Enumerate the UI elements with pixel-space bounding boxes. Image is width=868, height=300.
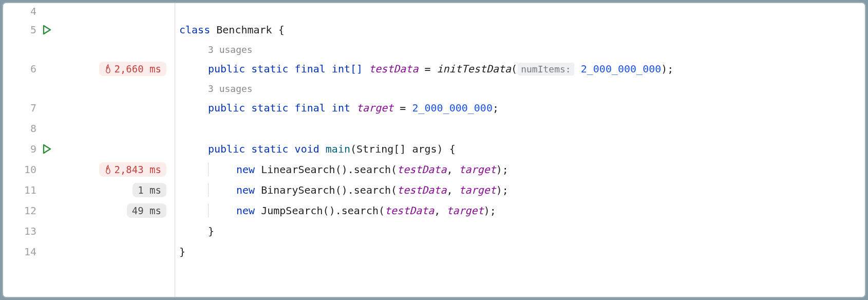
profile-timing-badge[interactable]: 1 ms: [133, 183, 166, 197]
line-number: 12: [3, 204, 42, 217]
field-name: target: [356, 102, 393, 114]
keyword: void: [295, 143, 319, 155]
field-ref: target: [459, 184, 496, 196]
keyword: final: [295, 63, 326, 75]
run-icon[interactable]: [42, 25, 52, 35]
line-number: 9: [3, 143, 42, 155]
usages-hint[interactable]: 3 usages: [179, 44, 253, 55]
number: 2_000_000_000: [412, 102, 493, 114]
type: int: [332, 102, 350, 114]
number: 2_000_000_000: [581, 63, 662, 75]
gutter-row: 5: [3, 20, 171, 40]
profile-timing-badge[interactable]: 49 ms: [127, 203, 166, 218]
code-line[interactable]: }: [179, 221, 865, 241]
keyword: new: [236, 163, 255, 176]
gutter-row: 13: [3, 221, 171, 241]
field-ref: testData: [397, 184, 446, 196]
call-chain: ().search(: [335, 163, 397, 176]
code-line[interactable]: class Benchmark {: [179, 20, 865, 40]
field-ref: testData: [385, 204, 434, 217]
line-number: 5: [3, 24, 42, 36]
field-ref: target: [459, 163, 496, 176]
paren: );: [484, 204, 496, 217]
paren: );: [496, 163, 508, 176]
keyword: static: [251, 63, 288, 75]
brace: }: [208, 225, 214, 237]
line-number: 7: [3, 102, 42, 114]
class-ref: JumpSearch: [261, 204, 323, 217]
code-area[interactable]: class Benchmark { 3 usages public static…: [175, 3, 865, 297]
assign: =: [393, 102, 412, 114]
type: int[]: [332, 63, 363, 75]
gutter-row: 10 2,843 ms: [3, 159, 171, 180]
svg-marker-1: [44, 145, 50, 153]
keyword: new: [236, 204, 255, 217]
paren: (: [511, 63, 517, 75]
code-line[interactable]: [179, 118, 865, 139]
gutter-row: 11 1 ms: [3, 180, 171, 200]
brace: {: [443, 143, 456, 155]
gutter-hint-spacer: [3, 79, 171, 98]
timing-value: 1 ms: [138, 184, 161, 196]
keyword: static: [251, 102, 288, 114]
field-ref: target: [446, 204, 483, 217]
keyword: public: [208, 143, 245, 155]
paren: );: [661, 63, 673, 75]
gutter-row: 14: [3, 241, 171, 262]
brace: }: [179, 246, 185, 258]
keyword: class: [179, 24, 210, 36]
timing-value: 49 ms: [132, 205, 161, 216]
comma: ,: [446, 163, 459, 176]
code-line[interactable]: public static void main(String[] args) {: [179, 139, 865, 159]
brace: {: [272, 24, 285, 36]
parameter-hint: numItems:: [518, 63, 574, 76]
profile-timing-badge[interactable]: 2,660 ms: [99, 62, 166, 76]
paren: );: [496, 184, 508, 196]
call-chain: ().search(: [323, 204, 385, 217]
profile-timing-badge[interactable]: 2,843 ms: [99, 162, 166, 177]
method-call: initTestData: [437, 63, 512, 75]
class-ref: BinarySearch: [261, 184, 335, 196]
code-line[interactable]: }: [179, 241, 865, 262]
indent-guide: [208, 163, 209, 176]
gutter-row: 8: [3, 118, 171, 139]
code-line[interactable]: public static final int target = 2_000_0…: [179, 98, 865, 118]
indent-guide: [208, 204, 209, 217]
line-number: 14: [3, 246, 42, 258]
class-ref: LinearSearch: [261, 163, 335, 176]
gutter-row: 9: [3, 139, 171, 159]
timing-value: 2,843 ms: [114, 164, 161, 175]
keyword: final: [295, 102, 326, 114]
line-number: 10: [3, 163, 42, 176]
line-number: 4: [3, 5, 42, 17]
run-icon[interactable]: [42, 144, 52, 154]
paren: (: [350, 143, 356, 155]
gutter-row: 12 49 ms: [3, 200, 171, 221]
inlay-hint-row[interactable]: 3 usages: [179, 79, 865, 98]
paren: ): [437, 143, 443, 155]
code-line[interactable]: new LinearSearch().search(testData, targ…: [179, 159, 865, 180]
comma: ,: [446, 184, 459, 196]
semi: ;: [493, 102, 499, 114]
usages-hint[interactable]: 3 usages: [179, 83, 253, 94]
indent-guide: [208, 183, 209, 197]
code-editor[interactable]: 4 5 6: [3, 3, 865, 297]
type: String[]: [356, 143, 406, 155]
code-line[interactable]: [179, 3, 865, 20]
method-name: main: [326, 143, 350, 155]
svg-marker-0: [44, 26, 50, 34]
gutter-row: 6 2,660 ms: [3, 59, 171, 79]
flame-icon: [104, 165, 112, 174]
keyword: public: [208, 102, 245, 114]
gutter-row: 7: [3, 98, 171, 118]
code-line[interactable]: new JumpSearch().search(testData, target…: [179, 200, 865, 221]
code-line[interactable]: new BinarySearch().search(testData, targ…: [179, 180, 865, 200]
line-number: 11: [3, 184, 42, 196]
field-name: testData: [369, 63, 418, 75]
line-number: 13: [3, 225, 42, 237]
timing-value: 2,660 ms: [114, 63, 161, 74]
code-line[interactable]: public static final int[] testData = ini…: [179, 59, 865, 79]
inlay-hint-row[interactable]: 3 usages: [179, 40, 865, 59]
keyword: public: [208, 63, 245, 75]
editor-frame: 4 5 6: [2, 2, 866, 298]
